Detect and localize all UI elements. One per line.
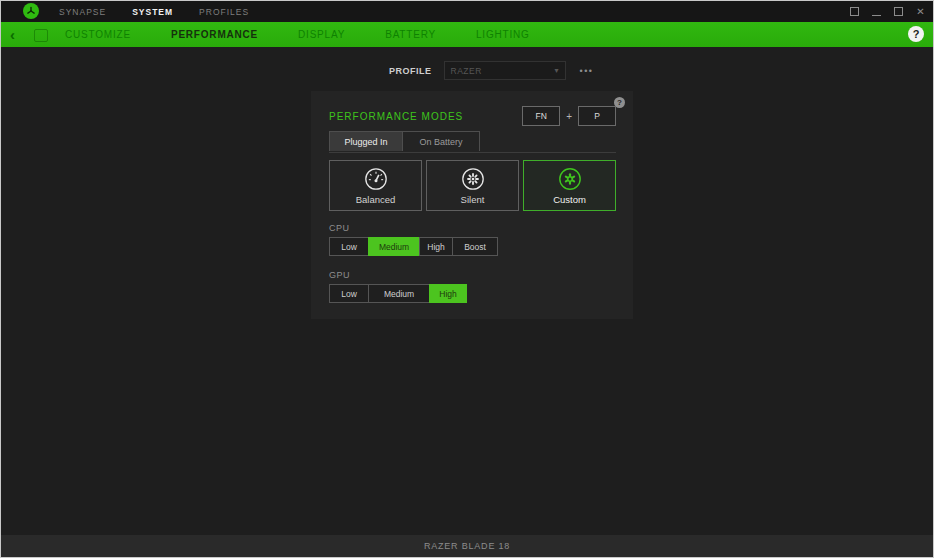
cpu-boost-button[interactable]: Boost xyxy=(452,237,498,256)
tab-on-battery[interactable]: On Battery xyxy=(402,131,480,151)
gpu-low-button[interactable]: Low xyxy=(329,284,369,303)
p-key[interactable]: P xyxy=(578,106,616,126)
gauge-icon xyxy=(363,166,389,192)
back-chevron-icon[interactable]: ‹ xyxy=(10,22,15,47)
cpu-medium-button[interactable]: Medium xyxy=(368,237,420,256)
mode-card-custom[interactable]: Custom xyxy=(523,160,616,211)
tab-lighting[interactable]: LIGHTING xyxy=(476,29,530,40)
profile-row: PROFILE RAZER ▾ ••• xyxy=(389,61,593,80)
panel-header: PERFORMANCE MODES FN + P xyxy=(329,105,616,127)
menu-profiles[interactable]: PROFILES xyxy=(199,7,249,17)
chevron-down-icon: ▾ xyxy=(555,66,559,75)
panel-title: PERFORMANCE MODES xyxy=(329,111,463,122)
cpu-segmented-control: Low Medium High Boost xyxy=(329,237,498,256)
minimize-icon[interactable] xyxy=(872,14,881,16)
cpu-label: CPU xyxy=(329,223,350,233)
device-icon[interactable] xyxy=(34,29,48,42)
settings-icon[interactable] xyxy=(850,7,859,16)
profile-label: PROFILE xyxy=(389,66,432,76)
statusbar: RAZER BLADE 18 xyxy=(1,535,933,557)
gear-icon xyxy=(557,166,583,192)
performance-modes-panel: ? PERFORMANCE MODES FN + P Plugged In On… xyxy=(311,91,633,319)
mode-card-balanced[interactable]: Balanced xyxy=(329,160,422,211)
tab-performance[interactable]: PERFORMANCE xyxy=(171,29,258,40)
mode-label: Custom xyxy=(553,194,586,205)
top-menu: SYNAPSE SYSTEM PROFILES xyxy=(59,1,249,22)
tab-battery[interactable]: BATTERY xyxy=(385,29,436,40)
power-tabs: Plugged In On Battery xyxy=(329,131,616,153)
profile-dropdown[interactable]: RAZER ▾ xyxy=(444,61,566,80)
profile-value: RAZER xyxy=(451,66,482,76)
gpu-label: GPU xyxy=(329,270,350,280)
close-icon[interactable]: ✕ xyxy=(916,7,925,16)
mode-label: Balanced xyxy=(356,194,396,205)
synapse-window: SYNAPSE SYSTEM PROFILES ✕ ‹ CUSTOMIZE PE… xyxy=(0,0,934,558)
gpu-segmented-control: Low Medium High xyxy=(329,284,467,303)
content-area: PROFILE RAZER ▾ ••• ? PERFORMANCE MODES … xyxy=(1,47,933,537)
mode-cards: Balanced xyxy=(329,160,616,211)
plus-sign: + xyxy=(566,111,572,122)
profile-menu-button[interactable]: ••• xyxy=(580,66,594,76)
tab-plugged-in[interactable]: Plugged In xyxy=(329,131,403,151)
razer-logo-icon[interactable] xyxy=(23,3,39,19)
window-controls: ✕ xyxy=(850,1,925,22)
navbar: ‹ CUSTOMIZE PERFORMANCE DISPLAY BATTERY … xyxy=(1,22,933,47)
device-name: RAZER BLADE 18 xyxy=(424,541,510,551)
menu-system[interactable]: SYSTEM xyxy=(132,7,173,17)
shortcut-keys: FN + P xyxy=(522,106,616,126)
titlebar: SYNAPSE SYSTEM PROFILES ✕ xyxy=(1,1,933,22)
help-button[interactable]: ? xyxy=(908,26,924,42)
fn-key[interactable]: FN xyxy=(522,106,560,126)
mode-label: Silent xyxy=(461,194,485,205)
tab-display[interactable]: DISPLAY xyxy=(298,29,345,40)
fan-icon xyxy=(460,166,486,192)
cpu-low-button[interactable]: Low xyxy=(329,237,369,256)
nav-tabs: CUSTOMIZE PERFORMANCE DISPLAY BATTERY LI… xyxy=(65,22,530,47)
maximize-icon[interactable] xyxy=(894,7,903,16)
gpu-medium-button[interactable]: Medium xyxy=(368,284,430,303)
tab-customize[interactable]: CUSTOMIZE xyxy=(65,29,131,40)
gpu-high-button[interactable]: High xyxy=(429,284,467,303)
cpu-high-button[interactable]: High xyxy=(419,237,453,256)
menu-synapse[interactable]: SYNAPSE xyxy=(59,7,106,17)
mode-card-silent[interactable]: Silent xyxy=(426,160,519,211)
